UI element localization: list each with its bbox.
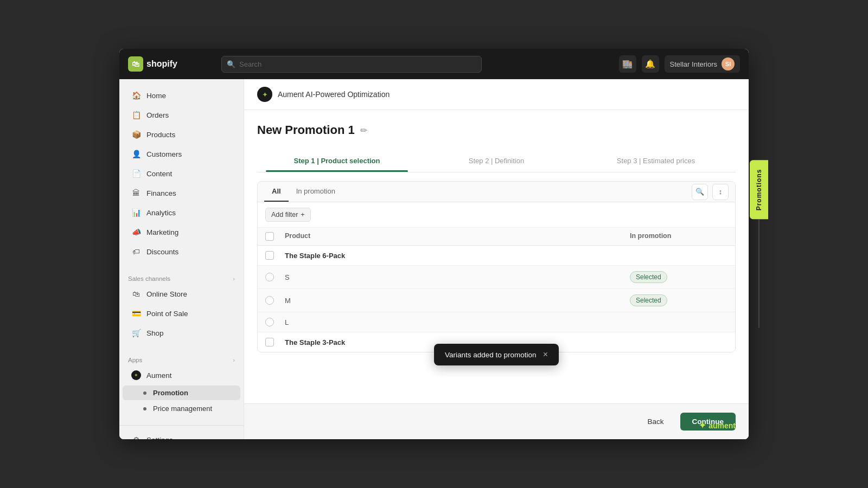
sales-channels-section: Sales channels › bbox=[119, 270, 244, 284]
variant-l-checkbox[interactable] bbox=[265, 318, 274, 326]
table-tabs: All In promotion 🔍 ↕ bbox=[258, 182, 735, 202]
table-tab-actions: 🔍 ↕ bbox=[692, 184, 729, 200]
app-header-icon: ✦ bbox=[257, 87, 272, 102]
topbar: 🛍 shopify 🔍 🏬 🔔 Stellar Interiors SI bbox=[119, 49, 749, 79]
apps-label: Apps bbox=[128, 357, 142, 363]
step-1[interactable]: Step 1 | Product selection bbox=[257, 150, 417, 172]
sidebar-item-analytics-label: Analytics bbox=[146, 209, 176, 217]
app-header-title: Aument AI-Powered Optimization bbox=[278, 90, 390, 99]
finances-icon: 🏛 bbox=[131, 188, 141, 198]
aument-logo-text: aument bbox=[709, 421, 736, 430]
variant-m-name: M bbox=[285, 297, 630, 305]
page-title-row: New Promotion 1 ✏ bbox=[257, 123, 736, 137]
sidebar-item-analytics[interactable]: 📊 Analytics bbox=[123, 203, 240, 222]
notification-icon-btn[interactable]: 🔔 bbox=[642, 55, 659, 73]
edit-title-icon[interactable]: ✏ bbox=[360, 125, 367, 136]
variant-s-badge: Selected bbox=[630, 271, 727, 283]
aument-logo-star: ✦ bbox=[699, 420, 706, 431]
table-header-product: Product bbox=[285, 232, 630, 241]
toast-close-button[interactable]: × bbox=[543, 350, 548, 359]
tab-in-promotion[interactable]: In promotion bbox=[289, 182, 343, 202]
shop-icon: 🛒 bbox=[131, 328, 141, 338]
sidebar-item-content[interactable]: 📄 Content bbox=[123, 164, 240, 183]
variant-m-checkbox[interactable] bbox=[265, 296, 274, 305]
aument-icon: ✦ bbox=[131, 370, 141, 380]
sidebar-item-online-store[interactable]: 🛍 Online Store bbox=[123, 285, 240, 303]
promotions-side-tab[interactable]: Promotions bbox=[750, 160, 768, 220]
analytics-icon: 📊 bbox=[131, 208, 141, 217]
settings-icon: ⚙ bbox=[131, 435, 141, 439]
sidebar-item-aument[interactable]: ✦ Aument bbox=[123, 366, 240, 384]
variant-l-name: L bbox=[285, 318, 630, 326]
search-filter-icon-btn[interactable]: 🔍 bbox=[692, 184, 708, 200]
toast-notification: Variants added to promotion × bbox=[434, 344, 559, 365]
table-header-in-promotion: In promotion bbox=[630, 232, 727, 241]
store-icon-btn[interactable]: 🏬 bbox=[619, 55, 636, 73]
variant-m-badge: Selected bbox=[630, 294, 727, 306]
variant-s-checkbox[interactable] bbox=[265, 273, 274, 281]
sidebar-item-shop[interactable]: 🛒 Shop bbox=[123, 324, 240, 342]
sidebar-item-home[interactable]: 🏠 Home bbox=[123, 86, 240, 105]
promotion-dot bbox=[143, 391, 146, 395]
sidebar-item-promotion-label: Promotion bbox=[153, 389, 188, 397]
shopify-logo-text: shopify bbox=[146, 59, 177, 69]
step-2[interactable]: Step 2 | Definition bbox=[417, 150, 576, 172]
content-area: ✦ Aument AI-Powered Optimization New Pro… bbox=[244, 79, 749, 439]
shopify-bag-icon: 🛍 bbox=[128, 56, 143, 72]
page-content: New Promotion 1 ✏ Step 1 | Product selec… bbox=[244, 110, 749, 403]
price-management-dot bbox=[143, 407, 146, 410]
table-header-checkbox bbox=[265, 232, 285, 241]
search-input[interactable] bbox=[221, 56, 482, 73]
sidebar-item-point-of-sale[interactable]: 💳 Point of Sale bbox=[123, 304, 240, 323]
add-filter-button[interactable]: Add filter + bbox=[265, 208, 311, 222]
steps-row: Step 1 | Product selection Step 2 | Defi… bbox=[257, 150, 736, 172]
back-button[interactable]: Back bbox=[639, 413, 672, 430]
product-checkbox-cell bbox=[265, 251, 285, 260]
step-2-bar bbox=[425, 170, 567, 172]
staple-6pack-checkbox[interactable] bbox=[265, 251, 274, 260]
tab-all[interactable]: All bbox=[264, 182, 289, 202]
sidebar-item-products[interactable]: 📦 Products bbox=[123, 125, 240, 144]
staple-3pack-checkbox[interactable] bbox=[265, 338, 274, 346]
sidebar-item-orders-label: Orders bbox=[146, 111, 169, 119]
apps-section: Apps › bbox=[119, 351, 244, 365]
sidebar-item-finances-label: Finances bbox=[146, 189, 176, 197]
discounts-icon: 🏷 bbox=[131, 247, 141, 256]
select-all-checkbox[interactable] bbox=[265, 232, 274, 241]
step-3[interactable]: Step 3 | Estimated prices bbox=[576, 150, 736, 172]
promotions-side-tab-label: Promotions bbox=[755, 169, 763, 211]
sidebar-item-discounts[interactable]: 🏷 Discounts bbox=[123, 242, 240, 261]
step-2-label: Step 2 | Definition bbox=[469, 157, 524, 165]
aument-logo: ✦ aument bbox=[699, 420, 736, 431]
search-container: 🔍 bbox=[221, 56, 482, 73]
user-menu[interactable]: Stellar Interiors SI bbox=[665, 55, 740, 73]
sales-channels-label: Sales channels bbox=[128, 275, 170, 282]
variant-m-status: Selected bbox=[630, 294, 667, 306]
sort-icon-btn[interactable]: ↕ bbox=[712, 184, 729, 200]
sidebar-item-discounts-label: Discounts bbox=[146, 248, 178, 256]
sidebar-item-orders[interactable]: 📋 Orders bbox=[123, 106, 240, 124]
home-icon: 🏠 bbox=[131, 91, 141, 100]
search-icon: 🔍 bbox=[227, 60, 235, 68]
sidebar-item-aument-label: Aument bbox=[146, 371, 172, 380]
user-avatar: SI bbox=[722, 57, 735, 70]
filter-row: Add filter + bbox=[258, 202, 735, 228]
table-row: S Selected bbox=[258, 266, 735, 289]
sidebar-item-finances[interactable]: 🏛 Finances bbox=[123, 184, 240, 202]
sidebar-item-promotion[interactable]: Promotion bbox=[123, 386, 240, 400]
orders-icon: 📋 bbox=[131, 110, 141, 120]
sidebar-item-customers[interactable]: 👤 Customers bbox=[123, 145, 240, 163]
sidebar-item-shop-label: Shop bbox=[146, 329, 164, 337]
variant-m-checkbox-cell bbox=[265, 296, 285, 305]
sidebar-item-marketing[interactable]: 📣 Marketing bbox=[123, 223, 240, 241]
sidebar-item-products-label: Products bbox=[146, 131, 175, 139]
customers-icon: 👤 bbox=[131, 149, 141, 159]
apps-chevron: › bbox=[233, 357, 235, 363]
table-row: M Selected bbox=[258, 289, 735, 312]
page-title: New Promotion 1 bbox=[257, 123, 355, 137]
marketing-icon: 📣 bbox=[131, 227, 141, 237]
sidebar-item-marketing-label: Marketing bbox=[146, 228, 178, 236]
user-name: Stellar Interiors bbox=[670, 60, 717, 68]
sidebar-item-settings[interactable]: ⚙ Settings bbox=[123, 431, 240, 439]
sidebar-item-price-management[interactable]: Price management bbox=[123, 401, 240, 416]
